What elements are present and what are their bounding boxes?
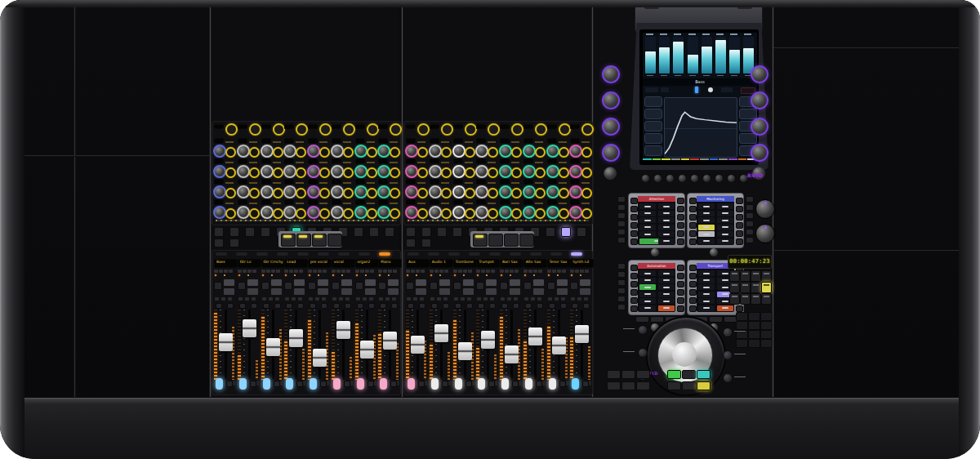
strip-bottom-button[interactable] (582, 381, 589, 387)
strip-function-button[interactable] (238, 270, 242, 273)
utility-button[interactable] (546, 227, 555, 237)
softkey-cell[interactable] (698, 231, 715, 237)
encoder-knob[interactable] (546, 185, 559, 198)
strip-bottom-button[interactable] (559, 381, 566, 387)
strip-function-button[interactable] (318, 270, 322, 273)
utility-button[interactable] (214, 238, 224, 247)
encoder-ring[interactable] (488, 147, 498, 158)
fader-cap[interactable] (289, 329, 303, 347)
assign-pill-button[interactable] (428, 252, 439, 256)
encoder-knob[interactable] (405, 206, 418, 219)
encoder-knob[interactable] (261, 165, 274, 178)
utility-button[interactable] (406, 227, 416, 237)
strip-function-button[interactable] (481, 270, 485, 273)
numeric-keypad-key[interactable] (760, 321, 773, 330)
screen-toolbar-cell[interactable] (721, 87, 733, 92)
fader-cap[interactable] (575, 325, 589, 343)
encoder-ring[interactable] (559, 188, 569, 198)
assign-pill-button[interactable] (236, 252, 247, 256)
master-side-button[interactable] (617, 196, 626, 203)
strip-mode-button[interactable] (308, 282, 316, 290)
softkey-button[interactable] (689, 206, 697, 212)
encoder-knob[interactable] (475, 185, 488, 198)
mute-button[interactable] (489, 303, 496, 309)
select-button[interactable] (364, 279, 376, 287)
encoder-ring[interactable] (535, 167, 546, 178)
encoder-knob[interactable] (535, 123, 547, 136)
assign-pill-button[interactable] (550, 252, 562, 256)
numeric-keypad-key[interactable] (748, 321, 760, 330)
master-side-button[interactable] (617, 237, 626, 243)
softkey-button[interactable] (736, 230, 743, 237)
swap-button[interactable] (462, 287, 474, 296)
swap-button[interactable] (270, 287, 283, 296)
softkey-button[interactable] (630, 214, 638, 221)
softkey-cell[interactable] (717, 305, 733, 311)
softkey-button[interactable] (630, 281, 638, 287)
encoder-knob[interactable] (405, 145, 418, 158)
strip-mini-button[interactable] (537, 297, 541, 301)
bank-button[interactable] (473, 234, 488, 247)
mute-button[interactable] (274, 303, 281, 309)
bank-button[interactable] (488, 234, 503, 247)
softkey-button[interactable] (630, 297, 638, 304)
strip-bottom-button[interactable] (589, 381, 591, 385)
solo-button[interactable] (431, 303, 438, 309)
strip-bottom-button[interactable] (542, 381, 545, 385)
softkey-cell[interactable] (639, 292, 656, 297)
encoder-knob[interactable] (331, 165, 344, 178)
softkey-encoder[interactable] (651, 248, 659, 256)
select-button[interactable] (223, 279, 235, 287)
strip-function-button[interactable] (468, 270, 472, 273)
encoder-knob[interactable] (569, 165, 582, 178)
encoder-knob[interactable] (261, 185, 274, 198)
strip-bottom-button[interactable] (327, 381, 329, 385)
numeric-keypad-key[interactable] (748, 312, 760, 321)
encoder-knob[interactable] (354, 206, 368, 219)
select-button[interactable] (270, 279, 283, 287)
transport-button[interactable] (667, 370, 681, 379)
strip-function-button[interactable] (500, 270, 504, 273)
encoder-ring[interactable] (535, 208, 546, 219)
softkey-cell[interactable] (639, 203, 656, 209)
encoder-ring[interactable] (367, 188, 377, 198)
softkey-button[interactable] (689, 222, 697, 229)
utility-button[interactable] (261, 227, 270, 237)
swap-button[interactable] (579, 287, 591, 296)
utility-button[interactable] (229, 227, 239, 237)
strip-mini-button[interactable] (571, 297, 575, 301)
encoder-knob[interactable] (283, 165, 296, 178)
solo-button[interactable] (501, 303, 508, 309)
strip-mini-button[interactable] (477, 297, 481, 301)
strip-function-button[interactable] (523, 270, 528, 273)
select-button[interactable] (247, 279, 259, 287)
utility-keypad-key[interactable] (740, 293, 751, 305)
strip-mode-button[interactable] (406, 282, 414, 290)
solo-button[interactable] (310, 303, 316, 309)
assign-pill-button[interactable] (256, 252, 268, 256)
numeric-keypad-key[interactable] (736, 321, 748, 330)
jog-mode-button[interactable] (638, 348, 648, 358)
monitor-knob[interactable] (755, 224, 775, 243)
solo-button[interactable] (380, 303, 386, 309)
strip-function-button[interactable] (453, 270, 457, 273)
encoder-knob[interactable] (307, 145, 320, 158)
master-encoder[interactable] (751, 65, 768, 83)
softkey-cell[interactable] (698, 211, 715, 216)
encoder-knob[interactable] (331, 206, 344, 219)
assign-pill-button[interactable] (338, 252, 350, 256)
strip-bottom-button[interactable] (512, 381, 519, 387)
strip-bottom-button[interactable] (250, 381, 256, 387)
master-encoder[interactable] (604, 167, 617, 180)
solo-button[interactable] (408, 303, 414, 309)
encoder-knob[interactable] (377, 206, 390, 219)
strip-mode-button[interactable] (284, 282, 292, 290)
strip-mini-button[interactable] (443, 297, 448, 301)
fader-cap[interactable] (411, 336, 425, 354)
assign-pill-button[interactable] (448, 252, 460, 256)
strip-mini-button[interactable] (252, 297, 256, 301)
assign-pill-button[interactable] (277, 252, 288, 256)
swap-button[interactable] (509, 287, 521, 296)
master-side-button[interactable] (617, 287, 626, 294)
softkey-cell[interactable] (698, 305, 715, 311)
